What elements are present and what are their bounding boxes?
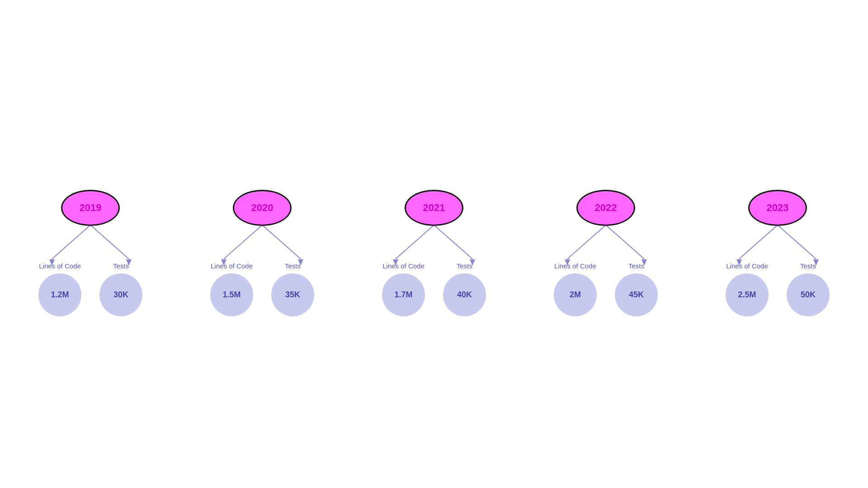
right-circle-2019: 30K [99, 273, 142, 316]
right-label-2022: Tests [628, 262, 644, 270]
children-row-2021: Lines of Code1.7MTests40K [382, 262, 486, 316]
tree-2019: 2019Lines of Code1.2MTests30K [23, 190, 158, 316]
left-child-col-2019: Lines of Code1.2M [38, 262, 81, 316]
year-label-2020: 2020 [251, 202, 274, 214]
right-circle-2022: 45K [615, 273, 658, 316]
right-circle-2021: 40K [443, 273, 486, 316]
right-child-col-2021: Tests40K [443, 262, 486, 316]
children-row-2020: Lines of Code1.5MTests35K [210, 262, 314, 316]
right-child-col-2020: Tests35K [271, 262, 314, 316]
svg-line-12 [567, 225, 606, 259]
right-child-col-2019: Tests30K [99, 262, 142, 316]
tree-2021: 2021Lines of Code1.7MTests40K [366, 190, 502, 316]
year-label-2021: 2021 [423, 202, 445, 214]
svg-line-4 [224, 225, 262, 259]
root-ellipse-2022: 2022 [576, 190, 635, 226]
right-child-col-2022: Tests45K [615, 262, 658, 316]
children-row-2022: Lines of Code2MTests45K [554, 262, 658, 316]
year-label-2023: 2023 [767, 202, 789, 214]
left-label-2021: Lines of Code [382, 262, 425, 270]
left-circle-2021: 1.7M [382, 273, 425, 316]
left-child-col-2020: Lines of Code1.5M [210, 262, 253, 316]
connector-svg-2022 [538, 225, 674, 266]
right-label-2021: Tests [457, 262, 472, 270]
svg-line-2 [90, 225, 129, 259]
left-label-2019: Lines of Code [39, 262, 81, 270]
right-circle-2023: 50K [787, 273, 830, 316]
svg-line-14 [606, 225, 644, 259]
root-ellipse-2020: 2020 [233, 190, 292, 226]
left-label-2020: Lines of Code [211, 262, 253, 270]
left-circle-2020: 1.5M [210, 273, 253, 316]
svg-line-8 [396, 225, 434, 259]
left-child-col-2021: Lines of Code1.7M [382, 262, 425, 316]
children-row-2019: Lines of Code1.2MTests30K [38, 262, 142, 316]
left-label-2022: Lines of Code [554, 262, 596, 270]
connector-svg-2021 [366, 225, 502, 266]
year-label-2022: 2022 [595, 202, 617, 214]
tree-2023: 2023Lines of Code2.5MTests50K [710, 190, 845, 316]
root-ellipse-2023: 2023 [748, 190, 807, 226]
left-label-2023: Lines of Code [726, 262, 768, 270]
connector-svg-2020 [194, 225, 330, 266]
connector-svg-2019 [23, 225, 158, 266]
children-row-2023: Lines of Code2.5MTests50K [726, 262, 830, 316]
left-circle-2022: 2M [554, 273, 597, 316]
svg-line-18 [778, 225, 816, 259]
svg-line-6 [262, 225, 301, 259]
year-label-2019: 2019 [80, 202, 102, 214]
left-child-col-2023: Lines of Code2.5M [726, 262, 769, 316]
right-child-col-2023: Tests50K [787, 262, 830, 316]
left-circle-2023: 2.5M [726, 273, 769, 316]
right-label-2019: Tests [113, 262, 129, 270]
right-label-2020: Tests [285, 262, 301, 270]
right-circle-2020: 35K [271, 273, 314, 316]
left-circle-2019: 1.2M [38, 273, 81, 316]
right-label-2023: Tests [800, 262, 816, 270]
root-ellipse-2021: 2021 [405, 190, 463, 226]
tree-2020: 2020Lines of Code1.5MTests35K [194, 190, 330, 316]
svg-line-16 [739, 225, 778, 259]
tree-2022: 2022Lines of Code2MTests45K [538, 190, 674, 316]
root-ellipse-2019: 2019 [61, 190, 120, 226]
svg-line-10 [434, 225, 472, 259]
connector-svg-2023 [710, 225, 845, 266]
diagram-container: 2019Lines of Code1.2MTests30K2020Lines o… [23, 172, 845, 316]
left-child-col-2022: Lines of Code2M [554, 262, 597, 316]
svg-line-0 [52, 225, 90, 259]
